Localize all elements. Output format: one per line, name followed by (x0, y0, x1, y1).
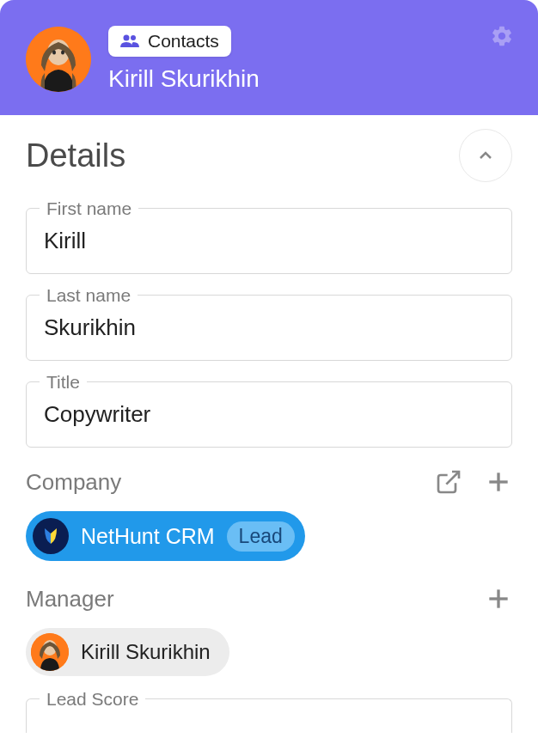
details-panel: Details First name Last name Title Compa… (0, 115, 538, 733)
plus-icon (485, 585, 512, 613)
manager-label: Manager (26, 586, 114, 613)
lead-score-label: Lead Score (40, 689, 145, 710)
first-name-field: First name (26, 208, 512, 274)
manager-name: Kirill Skurikhin (81, 640, 211, 664)
last-name-label: Last name (40, 285, 138, 306)
contact-header: Contacts Kirill Skurikhin (0, 0, 538, 115)
open-company-button[interactable] (435, 468, 462, 496)
lead-score-field: Lead Score (26, 698, 512, 733)
badge-label: Contacts (148, 31, 219, 52)
svg-point-5 (131, 35, 136, 40)
plus-icon (485, 468, 512, 496)
open-external-icon (435, 468, 462, 496)
gear-icon (490, 24, 514, 48)
manager-avatar (31, 633, 69, 671)
company-header: Company (26, 468, 512, 496)
title-field: Title (26, 381, 512, 448)
last-name-field: Last name (26, 295, 512, 361)
contact-name: Kirill Skurikhin (108, 65, 260, 93)
first-name-label: First name (40, 198, 138, 219)
section-header: Details (26, 129, 512, 182)
chevron-up-icon (475, 145, 496, 166)
company-logo (33, 518, 69, 554)
title-input[interactable] (26, 381, 512, 448)
contacts-badge[interactable]: Contacts (108, 26, 231, 57)
manager-header: Manager (26, 585, 512, 613)
manager-actions (485, 585, 512, 613)
svg-line-6 (446, 472, 459, 485)
company-actions (435, 468, 512, 496)
add-company-button[interactable] (485, 468, 512, 496)
manager-pill[interactable]: Kirill Skurikhin (26, 628, 229, 676)
add-manager-button[interactable] (485, 585, 512, 613)
section-title: Details (26, 137, 125, 174)
company-pill[interactable]: NetHunt CRM Lead (26, 511, 305, 561)
company-label: Company (26, 469, 121, 496)
avatar (26, 27, 91, 92)
svg-point-4 (124, 35, 130, 41)
header-info: Contacts Kirill Skurikhin (108, 26, 260, 93)
people-icon (120, 34, 139, 48)
settings-button[interactable] (490, 24, 514, 48)
title-label: Title (40, 372, 87, 393)
company-status-badge: Lead (227, 521, 295, 552)
svg-point-3 (61, 51, 64, 55)
company-name: NetHunt CRM (81, 524, 215, 549)
collapse-button[interactable] (459, 129, 512, 182)
svg-point-2 (52, 51, 56, 55)
